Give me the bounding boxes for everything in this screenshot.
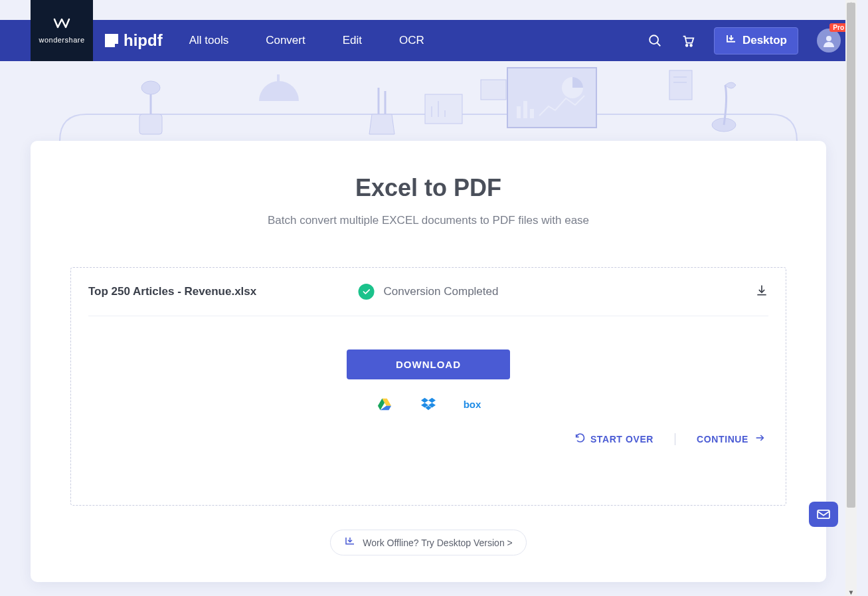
scroll-thumb[interactable] [847, 3, 855, 508]
nav-convert[interactable]: Convert [266, 34, 305, 47]
download-button[interactable]: DOWNLOAD [347, 349, 510, 379]
svg-rect-19 [530, 109, 534, 118]
svg-rect-32 [818, 510, 829, 518]
user-avatar-wrap[interactable]: Pro [817, 29, 841, 52]
avatar [817, 29, 841, 52]
dropbox-icon[interactable] [421, 397, 436, 411]
svg-line-1 [657, 43, 661, 47]
main-navbar: hipdf All tools Convert Edit OCR Desktop [0, 20, 857, 61]
action-divider [675, 433, 675, 445]
wondershare-logo[interactable]: wondershare [31, 0, 93, 61]
svg-point-4 [826, 36, 831, 41]
chat-support-button[interactable] [809, 502, 838, 527]
svg-rect-18 [523, 101, 527, 118]
conversion-panel: Top 250 Articles - Revenue.xlsx Conversi… [70, 267, 786, 506]
file-name: Top 250 Articles - Revenue.xlsx [88, 285, 256, 298]
box-icon[interactable]: box [465, 397, 479, 411]
svg-rect-14 [481, 80, 506, 100]
scroll-down-arrow[interactable]: ▼ [845, 589, 857, 596]
svg-point-2 [686, 45, 688, 47]
page-title: Excel to PDF [31, 174, 826, 202]
nav-all-tools[interactable]: All tools [189, 34, 229, 47]
arrow-right-icon [754, 433, 766, 445]
nav-ocr[interactable]: OCR [399, 34, 424, 47]
offline-desktop-pill[interactable]: Work Offline? Try Desktop Version > [330, 530, 527, 555]
page-subtitle: Batch convert multiple EXCEL documents t… [31, 214, 826, 227]
cloud-save-row: box [88, 397, 768, 411]
svg-rect-20 [669, 70, 692, 100]
start-over-button[interactable]: START OVER [574, 433, 653, 445]
continue-label: CONTINUE [697, 434, 748, 445]
continue-button[interactable]: CONTINUE [697, 433, 766, 445]
svg-marker-28 [428, 398, 436, 403]
svg-rect-10 [425, 94, 462, 124]
svg-rect-5 [139, 114, 162, 134]
desktop-button-label: Desktop [742, 34, 787, 47]
wondershare-icon [53, 18, 70, 33]
desktop-download-icon [344, 536, 356, 549]
download-desktop-icon [725, 33, 737, 49]
download-file-icon[interactable] [755, 284, 768, 300]
desktop-button[interactable]: Desktop [714, 27, 798, 54]
svg-rect-7 [277, 74, 280, 88]
conversion-status: Conversion Completed [384, 285, 499, 298]
search-icon[interactable] [648, 33, 662, 48]
hero-illustration [0, 61, 857, 141]
restart-icon [574, 433, 585, 445]
google-drive-icon[interactable] [377, 397, 392, 411]
svg-point-3 [690, 45, 692, 47]
cart-icon[interactable] [681, 33, 695, 48]
svg-marker-27 [421, 398, 428, 403]
success-check-icon [359, 284, 375, 300]
hipdf-logo-icon [105, 34, 118, 47]
svg-point-0 [650, 35, 658, 44]
nav-edit[interactable]: Edit [343, 34, 362, 47]
svg-rect-17 [517, 106, 521, 118]
hipdf-logo-text: hipdf [124, 31, 163, 50]
offline-pill-label: Work Offline? Try Desktop Version > [363, 538, 513, 548]
svg-point-6 [141, 81, 160, 94]
scrollbar[interactable]: ▲ ▼ [845, 0, 857, 596]
hipdf-logo[interactable]: hipdf [105, 31, 163, 50]
file-row: Top 250 Articles - Revenue.xlsx Conversi… [88, 268, 768, 316]
main-card: Excel to PDF Batch convert multiple EXCE… [31, 141, 826, 582]
wondershare-label: wondershare [39, 36, 84, 44]
pro-badge: Pro [829, 23, 847, 32]
start-over-label: START OVER [590, 434, 653, 445]
